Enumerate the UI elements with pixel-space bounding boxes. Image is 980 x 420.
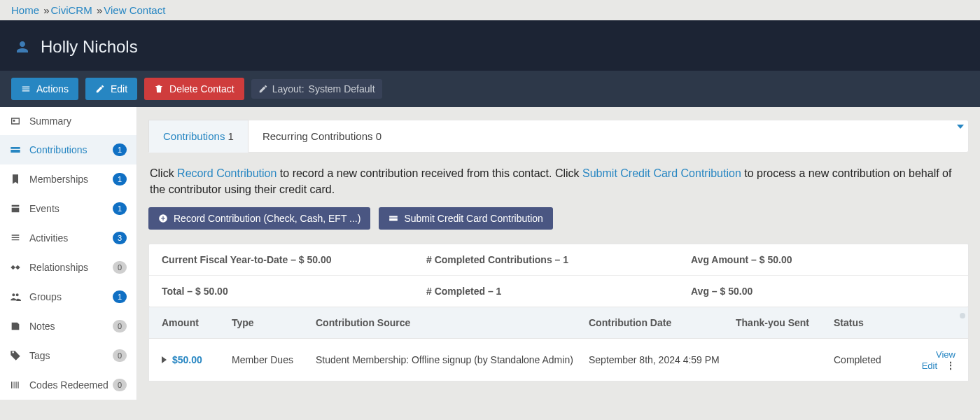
col-thank[interactable]: Thank-you Sent	[736, 317, 834, 328]
record-contribution-link[interactable]: Record Contribution	[177, 167, 276, 179]
breadcrumb-home[interactable]: Home	[11, 4, 39, 16]
action-row: Record Contribution (Check, Cash, EFT ..…	[148, 207, 969, 230]
sidebar-item-contributions[interactable]: Contributions1	[0, 135, 136, 164]
cell-date: September 8th, 2024 4:59 PM	[589, 354, 736, 365]
delete-contact-button[interactable]: Delete Contact	[144, 78, 244, 100]
sidebar-item-memberships[interactable]: Memberships1	[0, 164, 136, 194]
summary-ytd: Current Fiscal Year-to-Date – $ 50.00	[162, 254, 426, 265]
count-badge: 1	[113, 202, 127, 215]
record-contribution-button[interactable]: Record Contribution (Check, Cash, EFT ..…	[148, 207, 370, 230]
help-text: Click Record Contribution to record a ne…	[150, 165, 967, 197]
summary-completed: # Completed – 1	[426, 286, 691, 297]
table-config-dot-icon[interactable]	[960, 313, 965, 318]
page-title: Holly Nichols	[14, 37, 966, 57]
submit-cc-contribution-button[interactable]: Submit Credit Card Contribution	[379, 207, 552, 230]
edit-link[interactable]: Edit	[922, 360, 937, 371]
count-badge: 1	[113, 173, 127, 186]
breadcrumb-crm[interactable]: CiviCRM	[51, 4, 92, 16]
sidebar-item-activities[interactable]: Activities3	[0, 223, 136, 253]
person-icon	[14, 38, 31, 55]
sidebar-item-groups[interactable]: Groups1	[0, 282, 136, 312]
menu-icon	[21, 84, 31, 94]
cell-type: Member Dues	[232, 354, 316, 365]
row-more-menu-icon[interactable]: ⋮	[946, 360, 955, 371]
breadcrumb-sep: »	[43, 4, 49, 16]
sidebar-item-tags[interactable]: Tags0	[0, 341, 136, 370]
barcode-icon	[10, 379, 21, 391]
col-date[interactable]: Contribution Date	[589, 317, 736, 328]
col-status[interactable]: Status	[834, 317, 911, 328]
tab-recurring-contributions[interactable]: Recurring Contributions 0	[248, 120, 396, 152]
col-source[interactable]: Contribution Source	[316, 317, 589, 328]
breadcrumb: Home »CiviCRM »View Contact	[0, 0, 980, 20]
tab-row: Contributions 1 Recurring Contributions …	[148, 120, 969, 153]
toolbar: Actions Edit Delete Contact Layout: Syst…	[0, 71, 980, 107]
sidebar-item-notes[interactable]: Notes0	[0, 312, 136, 341]
cell-status: Completed	[834, 354, 911, 365]
breadcrumb-sep: »	[97, 4, 102, 16]
pencil-icon	[95, 84, 105, 94]
actions-button[interactable]: Actions	[11, 78, 78, 100]
handshake-icon	[10, 262, 21, 273]
id-card-icon	[10, 115, 21, 127]
summary-avg: Avg – $ 50.00	[691, 286, 955, 297]
users-icon	[10, 291, 21, 302]
count-badge: 0	[113, 379, 127, 391]
contact-header: Holly Nichols	[0, 20, 980, 71]
table-row: $50.00 Member Dues Student Membership: O…	[148, 339, 969, 382]
summary-completed-count: # Completed Contributions – 1	[426, 254, 691, 265]
sidebar-item-codes-redeemed[interactable]: Codes Redeemed0	[0, 370, 136, 400]
contact-name: Holly Nichols	[41, 37, 138, 57]
layout-selector[interactable]: Layout: System Default	[251, 79, 382, 99]
plus-circle-icon	[158, 214, 168, 223]
count-badge: 1	[113, 290, 127, 303]
credit-card-icon	[388, 214, 398, 223]
summary-total: Total – $ 50.00	[162, 286, 426, 297]
sidebar-item-events[interactable]: Events1	[0, 194, 136, 223]
breadcrumb-view[interactable]: View Contact	[104, 4, 165, 16]
note-icon	[10, 321, 21, 332]
credit-card-icon	[10, 144, 21, 155]
view-link[interactable]: View	[936, 349, 955, 360]
count-badge: 0	[113, 261, 127, 274]
expand-row-chevron-icon[interactable]	[162, 356, 167, 363]
count-badge: 1	[113, 144, 127, 156]
sidebar-item-relationships[interactable]: Relationships0	[0, 253, 136, 282]
submit-cc-contribution-link[interactable]: Submit Credit Card Contribution	[582, 167, 741, 179]
calendar-icon	[10, 203, 21, 214]
trash-icon	[154, 84, 164, 94]
edit-layout-icon	[258, 84, 268, 94]
tab-menu-caret-icon[interactable]	[957, 125, 964, 129]
edit-button[interactable]: Edit	[85, 78, 137, 100]
count-badge: 3	[113, 232, 127, 244]
col-type[interactable]: Type	[232, 317, 316, 328]
list-icon	[10, 232, 21, 244]
badge-icon	[10, 174, 21, 185]
summary-box: Current Fiscal Year-to-Date – $ 50.00 # …	[148, 244, 969, 307]
tab-contributions[interactable]: Contributions 1	[148, 120, 248, 153]
count-badge: 0	[113, 349, 127, 362]
main-content: Contributions 1 Recurring Contributions …	[137, 107, 980, 394]
sidebar: Summary Contributions1 Memberships1 Even…	[0, 107, 137, 400]
summary-avg-amount: Avg Amount – $ 50.00	[691, 254, 955, 265]
sidebar-item-summary[interactable]: Summary	[0, 107, 136, 135]
count-badge: 0	[113, 320, 127, 332]
col-amount[interactable]: Amount	[162, 317, 232, 328]
cell-source: Student Membership: Offline signup (by S…	[316, 354, 589, 365]
amount-link[interactable]: $50.00	[172, 354, 202, 365]
table-header: Amount Type Contribution Source Contribu…	[148, 307, 969, 339]
tag-icon	[10, 350, 21, 361]
